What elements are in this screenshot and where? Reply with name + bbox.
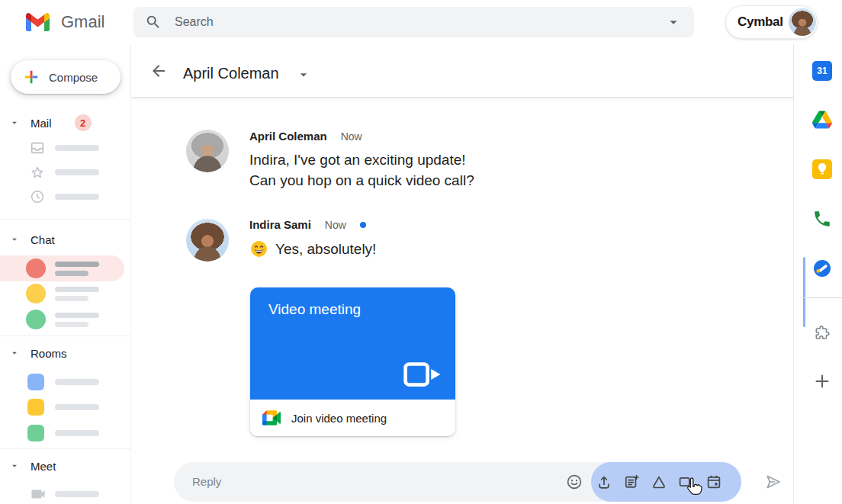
- compose-plus-icon: [23, 69, 40, 85]
- conversation-title: April Coleman: [183, 65, 279, 82]
- sidebar-section-rooms[interactable]: Rooms: [0, 345, 131, 361]
- message-header: April Coleman Now: [249, 130, 362, 143]
- search-icon: [145, 14, 162, 30]
- mail-unread-badge: 2: [75, 114, 92, 131]
- join-video-meeting-label: Join video meeting: [291, 412, 387, 425]
- video-meeting-card[interactable]: Video meeting Join video meeting: [250, 287, 455, 436]
- compose-label: Compose: [49, 71, 98, 84]
- mail-snoozed-row[interactable]: [0, 188, 131, 206]
- addons-puzzle-icon[interactable]: [813, 324, 831, 342]
- placeholder-bar: [55, 404, 99, 410]
- chat-conversation-row-selected[interactable]: [0, 255, 124, 281]
- message-line: Can you hop on a quick video call?: [249, 170, 474, 191]
- room-row[interactable]: [0, 424, 131, 442]
- compose-button[interactable]: Compose: [11, 60, 121, 94]
- chevron-down-icon: [9, 461, 20, 471]
- emoji-icon[interactable]: [565, 473, 583, 491]
- star-icon: [29, 164, 46, 181]
- conversation-menu-caret-icon[interactable]: [296, 67, 311, 82]
- gmail-logo-icon: [26, 13, 50, 31]
- placeholder-bar: [55, 262, 99, 267]
- mail-starred-row[interactable]: [0, 163, 131, 181]
- sidebar-divider: [0, 448, 131, 449]
- join-video-meeting-button[interactable]: Join video meeting: [250, 400, 455, 436]
- avatar-indira-sami[interactable]: [186, 219, 229, 262]
- placeholder-bar: [55, 491, 99, 497]
- calendar-day-label: 31: [817, 66, 827, 76]
- placeholder-bar: [55, 271, 88, 276]
- chevron-down-icon: [9, 234, 20, 245]
- inbox-icon: [29, 140, 46, 156]
- chat-avatar-green: [26, 310, 46, 329]
- placeholder-bar: [55, 194, 99, 200]
- account-chip[interactable]: Cymbal: [725, 5, 818, 39]
- message-header: Indira Sami Now: [249, 218, 366, 231]
- mouse-cursor: [683, 476, 705, 500]
- tasks-icon[interactable]: [812, 258, 832, 278]
- left-sidebar: Compose Mail 2: [0, 44, 131, 504]
- message-time: Now: [325, 219, 346, 231]
- side-panel-scrollbar[interactable]: [803, 257, 805, 327]
- gmail-chat-window: Gmail Search Cymbal Compose Ma: [0, 0, 842, 504]
- clock-icon: [29, 188, 46, 205]
- mail-inbox-row[interactable]: [0, 139, 131, 157]
- video-card-title: Video meeting: [268, 301, 361, 318]
- chevron-down-icon: [9, 117, 20, 128]
- room-avatar-yellow: [27, 399, 44, 416]
- sidebar-section-mail[interactable]: Mail 2: [0, 114, 131, 131]
- chat-avatar-red: [26, 258, 46, 278]
- account-avatar[interactable]: [789, 8, 816, 36]
- drive-attach-icon[interactable]: [650, 473, 668, 491]
- unread-dot: [360, 222, 366, 228]
- sidebar-section-meet[interactable]: Meet: [0, 457, 131, 474]
- meet-row[interactable]: [0, 485, 131, 503]
- new-doc-icon[interactable]: [622, 473, 641, 491]
- sidebar-section-chat[interactable]: Chat: [0, 231, 131, 248]
- grinning-emoji-icon: [249, 239, 268, 258]
- keep-icon[interactable]: [812, 159, 832, 179]
- room-avatar-green: [27, 425, 44, 441]
- placeholder-bar: [55, 296, 88, 301]
- calendar-invite-icon[interactable]: [705, 473, 723, 491]
- send-icon[interactable]: [763, 472, 783, 492]
- message-sender: April Coleman: [249, 130, 327, 143]
- search-placeholder: Search: [175, 15, 665, 29]
- videocam-icon: [29, 485, 47, 503]
- video-card-banner: Video meeting: [250, 287, 455, 400]
- placeholder-bar: [55, 379, 99, 385]
- room-row[interactable]: [0, 398, 131, 416]
- chat-conversation-row[interactable]: [0, 307, 131, 332]
- room-row[interactable]: [0, 373, 131, 391]
- voice-phone-icon[interactable]: [812, 209, 832, 229]
- gmail-brand[interactable]: Gmail: [26, 12, 104, 32]
- drive-icon[interactable]: [812, 111, 832, 129]
- message-body: Indira, I've got an exciting update! Can…: [249, 149, 474, 191]
- message-time: Now: [341, 130, 362, 143]
- back-icon[interactable]: [149, 62, 168, 80]
- conversation-header: April Coleman: [131, 44, 793, 98]
- rail-divider: [801, 297, 842, 298]
- search-bar[interactable]: Search: [133, 7, 694, 37]
- chat-conversation-row[interactable]: [0, 281, 131, 307]
- message-body: Yes, absolutely!: [249, 239, 376, 259]
- gmail-wordmark: Gmail: [61, 12, 104, 32]
- room-avatar-blue: [27, 374, 44, 390]
- google-meet-icon: [262, 410, 281, 425]
- account-brand-label: Cymbal: [738, 14, 783, 30]
- videocam-white-icon: [402, 358, 445, 392]
- sidebar-divider: [0, 335, 131, 336]
- chat-avatar-yellow: [26, 284, 46, 303]
- search-options-caret-icon[interactable]: [665, 14, 682, 30]
- avatar-april-coleman[interactable]: [186, 130, 229, 172]
- placeholder-bar: [55, 145, 99, 151]
- message-sender: Indira Sami: [249, 218, 311, 231]
- calendar-icon[interactable]: 31: [812, 61, 832, 81]
- placeholder-bar: [55, 169, 99, 175]
- plus-icon[interactable]: [812, 371, 832, 391]
- placeholder-bar: [55, 322, 88, 327]
- upload-icon[interactable]: [595, 473, 613, 491]
- message-line: Indira, I've got an exciting update!: [249, 149, 474, 170]
- sidebar-divider: [0, 219, 131, 220]
- placeholder-bar: [55, 287, 99, 292]
- reply-placeholder: Reply: [192, 462, 221, 502]
